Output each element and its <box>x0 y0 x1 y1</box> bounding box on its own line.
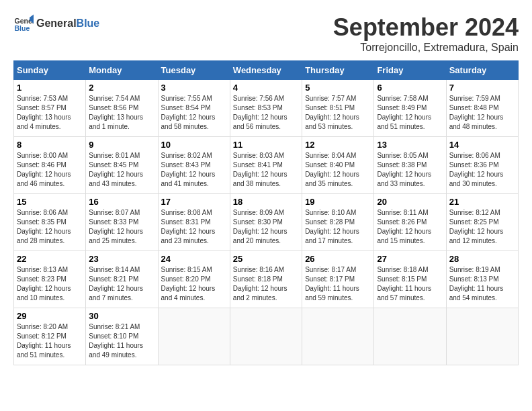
day-number: 10 <box>161 140 227 150</box>
calendar-cell: 28Sunrise: 8:19 AMSunset: 8:13 PMDayligh… <box>446 251 518 308</box>
day-number: 20 <box>377 197 443 207</box>
calendar-cell: 15Sunrise: 8:06 AMSunset: 8:35 PMDayligh… <box>14 194 86 251</box>
calendar-cell <box>158 308 230 365</box>
weekday-header-saturday: Saturday <box>446 61 518 80</box>
calendar-cell: 6Sunrise: 7:58 AMSunset: 8:49 PMDaylight… <box>374 80 446 137</box>
weekday-header-row: SundayMondayTuesdayWednesdayThursdayFrid… <box>14 61 519 80</box>
page-header: General Blue GeneralBlue September 2024 … <box>13 13 519 54</box>
day-number: 9 <box>89 140 154 150</box>
day-number: 29 <box>17 311 83 321</box>
day-number: 2 <box>89 83 154 93</box>
day-info: Sunrise: 8:16 AMSunset: 8:18 PMDaylight:… <box>233 265 299 303</box>
day-info: Sunrise: 7:56 AMSunset: 8:53 PMDaylight:… <box>233 94 299 132</box>
day-info: Sunrise: 8:01 AMSunset: 8:45 PMDaylight:… <box>89 151 154 189</box>
day-number: 3 <box>161 83 227 93</box>
day-info: Sunrise: 7:53 AMSunset: 8:57 PMDaylight:… <box>17 94 83 132</box>
day-number: 4 <box>233 83 299 93</box>
logo: General Blue GeneralBlue <box>13 13 99 34</box>
day-info: Sunrise: 7:55 AMSunset: 8:54 PMDaylight:… <box>161 94 227 132</box>
day-info: Sunrise: 8:19 AMSunset: 8:13 PMDaylight:… <box>449 265 515 303</box>
calendar-cell: 20Sunrise: 8:11 AMSunset: 8:26 PMDayligh… <box>374 194 446 251</box>
day-number: 18 <box>233 197 299 207</box>
day-number: 11 <box>233 140 299 150</box>
weekday-header-thursday: Thursday <box>302 61 374 80</box>
calendar-cell: 29Sunrise: 8:20 AMSunset: 8:12 PMDayligh… <box>14 308 86 365</box>
calendar-week-row: 22Sunrise: 8:13 AMSunset: 8:23 PMDayligh… <box>14 251 519 308</box>
calendar-cell: 5Sunrise: 7:57 AMSunset: 8:51 PMDaylight… <box>302 80 374 137</box>
month-title: September 2024 <box>333 13 519 42</box>
day-number: 21 <box>449 197 515 207</box>
calendar-week-row: 15Sunrise: 8:06 AMSunset: 8:35 PMDayligh… <box>14 194 519 251</box>
day-number: 26 <box>305 254 371 264</box>
day-info: Sunrise: 8:14 AMSunset: 8:21 PMDaylight:… <box>89 265 154 303</box>
day-number: 12 <box>305 140 371 150</box>
calendar-cell: 1Sunrise: 7:53 AMSunset: 8:57 PMDaylight… <box>14 80 86 137</box>
calendar-table: SundayMondayTuesdayWednesdayThursdayFrid… <box>13 60 519 365</box>
day-number: 25 <box>233 254 299 264</box>
day-info: Sunrise: 8:06 AMSunset: 8:35 PMDaylight:… <box>17 208 83 246</box>
day-number: 23 <box>89 254 154 264</box>
calendar-cell: 16Sunrise: 8:07 AMSunset: 8:33 PMDayligh… <box>86 194 158 251</box>
day-number: 16 <box>89 197 154 207</box>
calendar-cell: 14Sunrise: 8:06 AMSunset: 8:36 PMDayligh… <box>446 137 518 194</box>
day-info: Sunrise: 8:20 AMSunset: 8:12 PMDaylight:… <box>17 322 83 360</box>
day-info: Sunrise: 8:09 AMSunset: 8:30 PMDaylight:… <box>233 208 299 246</box>
day-number: 5 <box>305 83 371 93</box>
day-info: Sunrise: 8:12 AMSunset: 8:25 PMDaylight:… <box>449 208 515 246</box>
day-number: 28 <box>449 254 515 264</box>
day-info: Sunrise: 8:10 AMSunset: 8:28 PMDaylight:… <box>305 208 371 246</box>
day-info: Sunrise: 8:15 AMSunset: 8:20 PMDaylight:… <box>161 265 227 303</box>
calendar-cell: 3Sunrise: 7:55 AMSunset: 8:54 PMDaylight… <box>158 80 230 137</box>
calendar-cell: 7Sunrise: 7:59 AMSunset: 8:48 PMDaylight… <box>446 80 518 137</box>
calendar-cell: 10Sunrise: 8:02 AMSunset: 8:43 PMDayligh… <box>158 137 230 194</box>
calendar-cell: 12Sunrise: 8:04 AMSunset: 8:40 PMDayligh… <box>302 137 374 194</box>
day-info: Sunrise: 7:59 AMSunset: 8:48 PMDaylight:… <box>449 94 515 132</box>
day-info: Sunrise: 8:18 AMSunset: 8:15 PMDaylight:… <box>377 265 443 303</box>
calendar-cell: 19Sunrise: 8:10 AMSunset: 8:28 PMDayligh… <box>302 194 374 251</box>
calendar-cell: 17Sunrise: 8:08 AMSunset: 8:31 PMDayligh… <box>158 194 230 251</box>
calendar-cell: 23Sunrise: 8:14 AMSunset: 8:21 PMDayligh… <box>86 251 158 308</box>
day-number: 30 <box>89 311 154 321</box>
weekday-header-sunday: Sunday <box>14 61 86 80</box>
day-info: Sunrise: 8:04 AMSunset: 8:40 PMDaylight:… <box>305 151 371 189</box>
day-number: 8 <box>17 140 83 150</box>
calendar-cell: 26Sunrise: 8:17 AMSunset: 8:17 PMDayligh… <box>302 251 374 308</box>
day-info: Sunrise: 7:58 AMSunset: 8:49 PMDaylight:… <box>377 94 443 132</box>
calendar-cell: 9Sunrise: 8:01 AMSunset: 8:45 PMDaylight… <box>86 137 158 194</box>
calendar-cell: 21Sunrise: 8:12 AMSunset: 8:25 PMDayligh… <box>446 194 518 251</box>
logo-text: GeneralBlue <box>36 17 99 30</box>
day-info: Sunrise: 8:13 AMSunset: 8:23 PMDaylight:… <box>17 265 83 303</box>
calendar-cell: 13Sunrise: 8:05 AMSunset: 8:38 PMDayligh… <box>374 137 446 194</box>
calendar-cell: 25Sunrise: 8:16 AMSunset: 8:18 PMDayligh… <box>230 251 302 308</box>
day-info: Sunrise: 8:02 AMSunset: 8:43 PMDaylight:… <box>161 151 227 189</box>
day-number: 1 <box>17 83 83 93</box>
calendar-cell: 30Sunrise: 8:21 AMSunset: 8:10 PMDayligh… <box>86 308 158 365</box>
calendar-cell: 8Sunrise: 8:00 AMSunset: 8:46 PMDaylight… <box>14 137 86 194</box>
day-info: Sunrise: 8:03 AMSunset: 8:41 PMDaylight:… <box>233 151 299 189</box>
calendar-week-row: 1Sunrise: 7:53 AMSunset: 8:57 PMDaylight… <box>14 80 519 137</box>
day-number: 22 <box>17 254 83 264</box>
calendar-cell <box>230 308 302 365</box>
calendar-cell <box>446 308 518 365</box>
day-number: 15 <box>17 197 83 207</box>
day-number: 7 <box>449 83 515 93</box>
calendar-cell: 11Sunrise: 8:03 AMSunset: 8:41 PMDayligh… <box>230 137 302 194</box>
title-area: September 2024 Torrejoncillo, Extremadur… <box>333 13 519 54</box>
weekday-header-wednesday: Wednesday <box>230 61 302 80</box>
calendar-cell: 2Sunrise: 7:54 AMSunset: 8:56 PMDaylight… <box>86 80 158 137</box>
weekday-header-tuesday: Tuesday <box>158 61 230 80</box>
day-number: 13 <box>377 140 443 150</box>
day-number: 14 <box>449 140 515 150</box>
day-number: 17 <box>161 197 227 207</box>
calendar-cell: 27Sunrise: 8:18 AMSunset: 8:15 PMDayligh… <box>374 251 446 308</box>
day-info: Sunrise: 8:11 AMSunset: 8:26 PMDaylight:… <box>377 208 443 246</box>
calendar-cell <box>302 308 374 365</box>
day-info: Sunrise: 8:17 AMSunset: 8:17 PMDaylight:… <box>305 265 371 303</box>
svg-text:Blue: Blue <box>15 24 30 32</box>
day-number: 19 <box>305 197 371 207</box>
day-info: Sunrise: 7:54 AMSunset: 8:56 PMDaylight:… <box>89 94 154 132</box>
day-info: Sunrise: 8:21 AMSunset: 8:10 PMDaylight:… <box>89 322 154 360</box>
day-info: Sunrise: 8:06 AMSunset: 8:36 PMDaylight:… <box>449 151 515 189</box>
weekday-header-friday: Friday <box>374 61 446 80</box>
calendar-week-row: 8Sunrise: 8:00 AMSunset: 8:46 PMDaylight… <box>14 137 519 194</box>
